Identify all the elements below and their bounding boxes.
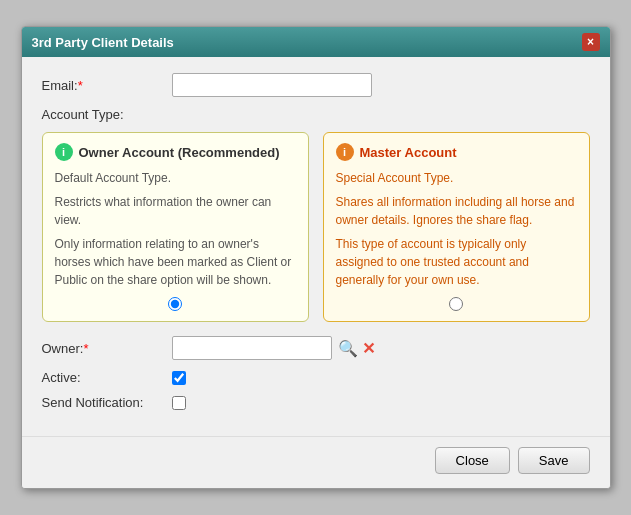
- owner-search-icon[interactable]: 🔍: [338, 339, 358, 358]
- email-field[interactable]: [172, 73, 372, 97]
- email-label: Email:*: [42, 78, 172, 93]
- owner-card-radio-wrap: [55, 297, 296, 311]
- account-cards: i Owner Account (Recommended) Default Ac…: [42, 132, 590, 322]
- dialog-body: Email:* Account Type: i Owner Account (R…: [22, 57, 610, 436]
- send-notification-row: Send Notification:: [42, 395, 590, 410]
- owner-action-icons: 🔍 ✕: [338, 339, 375, 358]
- master-account-card[interactable]: i Master Account Special Account Type. S…: [323, 132, 590, 322]
- master-card-title: Master Account: [360, 145, 457, 160]
- send-notification-label: Send Notification:: [42, 395, 172, 410]
- dialog-footer: Close Save: [22, 436, 610, 488]
- email-row: Email:*: [42, 73, 590, 97]
- owner-field[interactable]: [172, 336, 332, 360]
- master-card-line1: Special Account Type.: [336, 169, 577, 187]
- save-button[interactable]: Save: [518, 447, 590, 474]
- active-row: Active:: [42, 370, 590, 385]
- owner-card-title: Owner Account (Recommended): [79, 145, 280, 160]
- owner-account-radio[interactable]: [168, 297, 182, 311]
- account-type-row: Account Type:: [42, 107, 590, 122]
- master-card-line3: This type of account is typically only a…: [336, 235, 577, 289]
- master-card-header: i Master Account: [336, 143, 577, 161]
- owner-account-card[interactable]: i Owner Account (Recommended) Default Ac…: [42, 132, 309, 322]
- master-card-body: Special Account Type. Shares all informa…: [336, 169, 577, 289]
- send-notification-checkbox[interactable]: [172, 396, 186, 410]
- dialog-close-button[interactable]: ×: [582, 33, 600, 51]
- dialog-container: 3rd Party Client Details × Email:* Accou…: [21, 26, 611, 489]
- master-account-radio[interactable]: [449, 297, 463, 311]
- owner-label: Owner:*: [42, 341, 172, 356]
- owner-row: Owner:* 🔍 ✕: [42, 336, 590, 360]
- owner-card-line1: Default Account Type.: [55, 169, 296, 187]
- master-card-line2: Shares all information including all hor…: [336, 193, 577, 229]
- owner-card-line2: Restricts what information the owner can…: [55, 193, 296, 229]
- owner-info-icon: i: [55, 143, 73, 161]
- owner-card-header: i Owner Account (Recommended): [55, 143, 296, 161]
- account-type-label: Account Type:: [42, 107, 172, 122]
- close-button[interactable]: Close: [435, 447, 510, 474]
- owner-card-line3: Only information relating to an owner's …: [55, 235, 296, 289]
- owner-clear-icon[interactable]: ✕: [362, 339, 375, 358]
- owner-card-body: Default Account Type. Restricts what inf…: [55, 169, 296, 289]
- active-checkbox[interactable]: [172, 371, 186, 385]
- dialog-header: 3rd Party Client Details ×: [22, 27, 610, 57]
- master-info-icon: i: [336, 143, 354, 161]
- dialog-title: 3rd Party Client Details: [32, 35, 174, 50]
- active-label: Active:: [42, 370, 172, 385]
- master-card-radio-wrap: [336, 297, 577, 311]
